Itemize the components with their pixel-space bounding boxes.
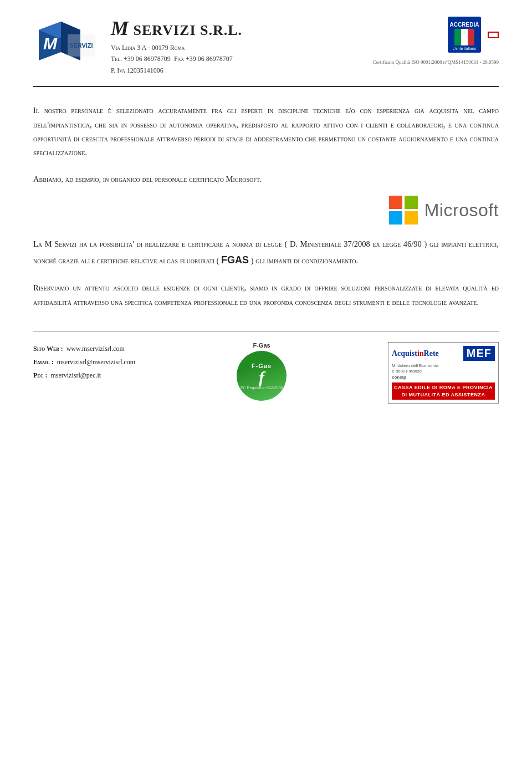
paragraph-2: Abbiamo, ad esempio, in organico del per…	[33, 172, 499, 186]
svg-text:M: M	[43, 34, 58, 53]
para3-text-b: ) gli impianti di condizionamento.	[251, 256, 358, 265]
cert-text: Certificato Qualità ISO 9001:2008 n°QMS1…	[373, 59, 499, 65]
svg-text:ACCREDIA: ACCREDIA	[450, 22, 479, 28]
pec-label: Pec :	[33, 371, 47, 379]
svg-rect-10	[468, 29, 474, 45]
page-header: M SERVIZI M Servizi S.R.L. Via Lidia 3 A…	[33, 17, 499, 87]
ms-square-green	[405, 196, 418, 209]
cassa-edile-bar: CASSA EDILE DI ROMA E PROVINCIA DI MUTUA…	[392, 382, 495, 400]
fgas-circle-big: f	[259, 369, 264, 386]
fgas-logo-circle: F-Gas f EC Regulation 842/2006	[237, 351, 287, 401]
header-right: ACCREDIA L'ente italiano ACCERTA	[373, 17, 499, 65]
acquist-ministry: Ministero dell'Economia	[392, 363, 495, 369]
svg-text:SERVIZI: SERVIZI	[69, 42, 93, 49]
ms-square-red	[389, 196, 402, 209]
main-content: Il nostro personale è selezionato accura…	[33, 104, 499, 309]
acquist-consip: consip	[392, 375, 495, 380]
cassa-edile-text1: CASSA EDILE DI ROMA E PROVINCIA	[394, 384, 493, 391]
footer-email: Email : mservizisrl@mservizisrl.com	[33, 355, 135, 369]
acquist-logo-text: AcquistinRete	[392, 349, 439, 358]
footer-fgas-logo: F-Gas F-Gas f EC Regulation 842/2006	[237, 342, 287, 401]
cert-logos: ACCREDIA L'ente italiano ACCERTA	[448, 17, 499, 53]
company-phone-fax: Tel. +39 06 86978709 Fax +39 06 86978707	[111, 53, 242, 64]
acquist-sub: Ministero dell'Economia e delle Finanze …	[392, 363, 495, 380]
footer-pec: Pec : mservizisrl@pec.it	[33, 369, 135, 382]
acquist-header: AcquistinRete MEF	[392, 346, 495, 361]
microsoft-name: Microsoft	[424, 195, 499, 225]
footer-acquist-box: AcquistinRete MEF Ministero dell'Economi…	[388, 342, 499, 404]
paragraph-4: Riserviamo un attento ascolto delle esig…	[33, 281, 499, 309]
microsoft-grid-icon	[389, 196, 418, 225]
pec-value: mservizisrl@pec.it	[50, 371, 101, 379]
cassa-edile-text2: DI MUTUALITÀ ED ASSISTENZA	[394, 391, 493, 399]
company-name-m: M	[111, 17, 129, 39]
company-details: Via Lidia 3 A - 00179 Roma Tel. +39 06 8…	[111, 42, 242, 76]
footer-sito: Sito Web : www.mservizisrl.com	[33, 342, 135, 355]
ms-square-blue	[389, 211, 402, 225]
acquist-inner: AcquistinRete MEF Ministero dell'Economi…	[388, 342, 499, 404]
fgas-logo-label: F-Gas	[253, 342, 270, 349]
company-address: Via Lidia 3 A - 00179 Roma	[111, 42, 242, 53]
page-footer: Sito Web : www.mservizisrl.com Email : m…	[33, 331, 499, 404]
company-iva: P. Iva 12035141006	[111, 65, 242, 76]
svg-text:L'ente italiano: L'ente italiano	[453, 47, 477, 50]
fgas-word: FGAS	[221, 254, 249, 266]
ms-square-yellow	[405, 211, 418, 225]
email-value: mservizisrl@mservizisrl.com	[57, 358, 135, 366]
microsoft-section: Abbiamo, ad esempio, in organico del per…	[33, 172, 499, 226]
accerta-badge: ACCERTA	[488, 32, 499, 38]
company-info: M Servizi S.R.L. Via Lidia 3 A - 00179 R…	[111, 17, 242, 76]
svg-rect-8	[454, 29, 461, 45]
email-label: Email :	[33, 358, 54, 366]
fgas-circle-reg: EC Regulation 842/2006	[241, 386, 283, 390]
microsoft-logo: Microsoft	[33, 195, 499, 225]
sito-label: Sito Web :	[33, 345, 63, 353]
header-left: M SERVIZI M Servizi S.R.L. Via Lidia 3 A…	[33, 17, 242, 76]
company-name-rest: Servizi S.R.L.	[129, 22, 242, 38]
acquist-ministry2: e delle Finanze	[392, 369, 495, 374]
company-name: M Servizi S.R.L.	[111, 17, 242, 40]
paragraph-1: Il nostro personale è selezionato accura…	[33, 104, 499, 160]
svg-rect-9	[461, 29, 468, 45]
sito-value: www.mservizisrl.com	[66, 345, 125, 353]
footer-contact-info: Sito Web : www.mservizisrl.com Email : m…	[33, 342, 135, 382]
paragraph-3: La M Servizi ha la possibilita' di reali…	[33, 237, 499, 269]
company-logo: M SERVIZI	[33, 19, 100, 74]
accredia-badge: ACCREDIA L'ente italiano	[448, 17, 481, 53]
mef-logo: MEF	[463, 346, 495, 361]
acquist-logo: AcquistinRete	[392, 349, 439, 358]
